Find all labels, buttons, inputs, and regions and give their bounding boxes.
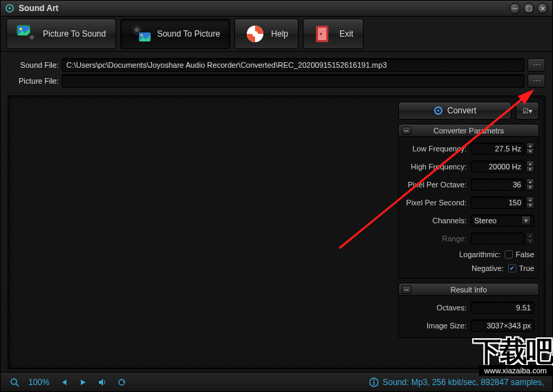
picture-file-input[interactable] bbox=[62, 74, 525, 88]
main-area: Convert ☑▾ – Converter Parametrs Low Fre… bbox=[8, 95, 545, 369]
convert-label: Convert bbox=[447, 106, 476, 115]
svg-rect-13 bbox=[318, 28, 326, 40]
volume-icon[interactable] bbox=[97, 377, 108, 388]
negative-value: True bbox=[519, 264, 534, 272]
app-title: Sound Art bbox=[19, 3, 507, 13]
skip-back-icon[interactable] bbox=[58, 377, 69, 388]
picture-to-sound-button[interactable]: Picture To Sound bbox=[6, 19, 116, 49]
octaves-value bbox=[471, 301, 534, 314]
logarithmic-label: Logarithmic: bbox=[403, 250, 505, 259]
svg-point-14 bbox=[320, 33, 322, 35]
result-info-group: – Result Info Octaves: Image Size: bbox=[398, 283, 539, 338]
minimize-button[interactable]: ─ bbox=[509, 3, 521, 14]
svg-point-16 bbox=[437, 110, 439, 112]
octaves-label: Octaves: bbox=[403, 304, 471, 312]
high-frequency-input[interactable] bbox=[471, 160, 525, 173]
pixel-per-second-input[interactable] bbox=[471, 196, 525, 209]
help-icon bbox=[245, 24, 265, 44]
collapse-params-button[interactable]: – bbox=[402, 127, 411, 135]
pixel-per-octave-spinner[interactable]: ▲▼ bbox=[526, 178, 534, 191]
exit-button[interactable]: Exit bbox=[303, 19, 364, 49]
svg-point-5 bbox=[30, 35, 34, 39]
channels-value: Stereo bbox=[474, 216, 496, 225]
svg-point-17 bbox=[11, 379, 17, 384]
result-info-heading: Result Info bbox=[451, 286, 487, 294]
info-icon bbox=[369, 377, 379, 387]
sound-to-picture-button[interactable]: Sound To Picture bbox=[120, 19, 230, 49]
picture-to-sound-icon bbox=[17, 24, 37, 44]
titlebar: Sound Art ─ ☐ ✕ bbox=[1, 1, 552, 16]
svg-point-1 bbox=[8, 7, 11, 10]
pixel-per-second-label: Pixel Per Second: bbox=[403, 198, 471, 207]
watermark-text: 下载吧 bbox=[474, 337, 552, 365]
range-label: Range: bbox=[403, 234, 471, 243]
svg-point-7 bbox=[135, 28, 139, 32]
picture-file-browse-button[interactable]: ⋯ bbox=[527, 74, 545, 88]
side-panel: Convert ☑▾ – Converter Parametrs Low Fre… bbox=[398, 96, 545, 368]
low-frequency-input[interactable] bbox=[471, 142, 525, 155]
zoom-value: 100% bbox=[28, 377, 50, 387]
options-menu-button[interactable]: ☑▾ bbox=[516, 102, 539, 120]
logarithmic-value: False bbox=[516, 250, 534, 259]
picture-file-label: Picture File: bbox=[8, 77, 59, 85]
channels-label: Channels: bbox=[403, 216, 471, 225]
pixel-per-octave-input[interactable] bbox=[471, 178, 525, 191]
negative-label: Negative: bbox=[403, 264, 508, 272]
watermark: 下载吧 www.xiazaiba.com bbox=[474, 337, 552, 376]
collapse-result-button[interactable]: – bbox=[402, 286, 411, 294]
converter-parameters-heading: Converter Parametrs bbox=[433, 127, 504, 135]
checklist-icon: ☑▾ bbox=[523, 107, 532, 115]
picture-to-sound-label: Picture To Sound bbox=[43, 29, 106, 39]
watermark-url: www.xiazaiba.com bbox=[479, 365, 552, 376]
gear-icon bbox=[433, 106, 443, 115]
sound-file-label: Sound File: bbox=[8, 61, 59, 69]
app-icon bbox=[5, 3, 15, 13]
help-label: Help bbox=[271, 29, 288, 39]
exit-label: Exit bbox=[339, 29, 353, 39]
image-size-label: Image Size: bbox=[403, 321, 471, 330]
exit-icon bbox=[313, 24, 334, 44]
maximize-button[interactable]: ☐ bbox=[523, 3, 534, 14]
chevron-down-icon: ▼ bbox=[521, 216, 531, 225]
close-button[interactable]: ✕ bbox=[537, 3, 548, 14]
negative-checkbox[interactable]: ✔ bbox=[508, 264, 516, 272]
svg-point-3 bbox=[19, 28, 22, 30]
low-frequency-label: Low Frequency: bbox=[403, 144, 471, 153]
high-frequency-label: High Frequency: bbox=[403, 162, 471, 171]
high-frequency-spinner[interactable]: ▲▼ bbox=[526, 160, 534, 173]
low-frequency-spinner[interactable]: ▲▼ bbox=[526, 142, 534, 155]
pixel-per-octave-label: Pixel Per Octave: bbox=[403, 180, 471, 189]
sound-to-picture-label: Sound To Picture bbox=[157, 29, 220, 39]
help-button[interactable]: Help bbox=[234, 19, 299, 49]
converter-parameters-group: – Converter Parametrs Low Frequency: ▲▼ … bbox=[398, 124, 539, 279]
status-info-text: Sound: Mp3, 256 kbit/sec, 892847 samples… bbox=[383, 377, 544, 387]
convert-button[interactable]: Convert bbox=[398, 102, 512, 120]
main-toolbar: Picture To Sound Sound To Picture Help E… bbox=[1, 16, 552, 52]
svg-point-9 bbox=[141, 35, 143, 37]
preview-canvas bbox=[8, 96, 398, 368]
sound-to-picture-icon bbox=[131, 24, 151, 44]
image-size-value bbox=[471, 319, 534, 332]
sound-file-browse-button[interactable]: ⋯ bbox=[527, 58, 545, 72]
svg-point-11 bbox=[252, 31, 258, 37]
sound-file-input[interactable] bbox=[62, 58, 525, 72]
statusbar: 100% Sound: Mp3, 256 kbit/sec, 892847 sa… bbox=[1, 372, 552, 391]
pixel-per-second-spinner[interactable]: ▲▼ bbox=[526, 196, 534, 209]
range-spinner: ▲▼ bbox=[526, 232, 534, 245]
svg-line-18 bbox=[16, 384, 19, 386]
play-icon[interactable] bbox=[77, 377, 88, 388]
loop-icon[interactable] bbox=[116, 377, 127, 388]
logarithmic-checkbox[interactable] bbox=[505, 250, 513, 259]
file-rows: Sound File: ⋯ Picture File: ⋯ bbox=[1, 52, 552, 93]
zoom-icon[interactable] bbox=[9, 377, 20, 388]
range-input bbox=[471, 232, 525, 245]
channels-select[interactable]: Stereo ▼ bbox=[471, 214, 534, 227]
svg-point-21 bbox=[373, 380, 375, 381]
